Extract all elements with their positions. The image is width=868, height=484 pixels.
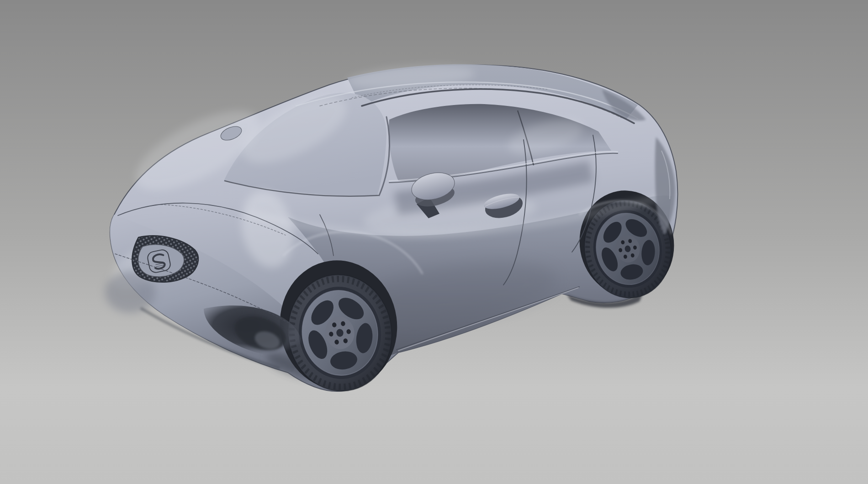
car-model <box>104 62 682 398</box>
viewport-3d[interactable] <box>0 0 868 484</box>
car-render-canvas <box>0 0 868 484</box>
